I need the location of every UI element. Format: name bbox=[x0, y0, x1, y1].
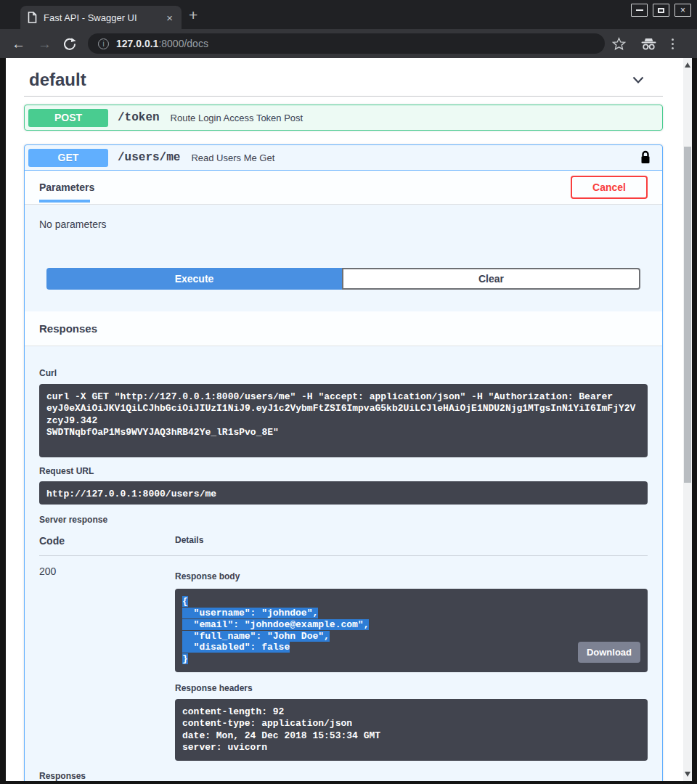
curl-command[interactable]: curl -X GET "http://127.0.0.1:8000/users… bbox=[39, 384, 648, 457]
op-summary: Route Login Access Token Post bbox=[171, 113, 303, 123]
request-url-label: Request URL bbox=[39, 466, 648, 476]
scroll-up-icon[interactable] bbox=[685, 62, 690, 68]
parameters-body: No parameters Execute Clear bbox=[25, 205, 662, 311]
op-path: /users/me bbox=[118, 151, 180, 164]
opblock-post-token[interactable]: POST /token Route Login Access Token Pos… bbox=[24, 105, 663, 131]
responses-body: Curl curl -X GET "http://127.0.0.1:8000/… bbox=[25, 346, 662, 781]
server-response-table-header: Code Details bbox=[39, 535, 648, 556]
vertical-scrollbar[interactable] bbox=[683, 58, 692, 781]
responses-title: Responses bbox=[39, 322, 97, 335]
response-body[interactable]: { "username": "johndoe", "email": "johnd… bbox=[175, 589, 648, 672]
address-bar[interactable]: i 127.0.0.1:8000/docs bbox=[88, 33, 605, 54]
opblock-get-users-me: GET /users/me Read Users Me Get Paramete… bbox=[24, 144, 663, 781]
forward-icon[interactable]: → bbox=[38, 37, 52, 51]
tab-active-underline bbox=[39, 200, 90, 203]
toolbar-actions bbox=[612, 37, 677, 51]
default-section-header[interactable]: default bbox=[24, 58, 663, 97]
response-details: Response body { "username": "johndoe", "… bbox=[175, 565, 648, 761]
site-info-icon[interactable]: i bbox=[98, 38, 109, 49]
scrollbar-thumb[interactable] bbox=[684, 147, 691, 483]
request-url-value: http://127.0.0.1:8000/users/me bbox=[39, 481, 648, 505]
incognito-icon bbox=[640, 38, 657, 50]
browser-toolbar: ← → i 127.0.0.1:8000/docs bbox=[0, 29, 697, 58]
browser-tab[interactable]: Fast API - Swagger UI × bbox=[20, 6, 182, 29]
reload-icon[interactable] bbox=[63, 37, 76, 50]
minimize-button[interactable] bbox=[631, 4, 648, 17]
browser-window: Fast API - Swagger UI × + × ← → i 127.0.… bbox=[0, 0, 697, 784]
opblock-header[interactable]: GET /users/me Read Users Me Get bbox=[25, 145, 662, 171]
op-path: /token bbox=[118, 111, 160, 124]
section-title: default bbox=[29, 70, 631, 90]
maximize-button[interactable] bbox=[653, 4, 669, 17]
response-body-wrap: { "username": "johndoe", "email": "johnd… bbox=[175, 589, 648, 672]
status-code: 200 bbox=[39, 565, 175, 761]
tab-strip: Fast API - Swagger UI × + × bbox=[0, 0, 697, 29]
page-favicon-icon bbox=[28, 12, 37, 23]
method-badge-get: GET bbox=[28, 149, 108, 167]
maximize-icon bbox=[658, 8, 664, 13]
tab-title: Fast API - Swagger UI bbox=[44, 12, 165, 23]
scroll-down-icon[interactable] bbox=[685, 772, 690, 777]
execute-button[interactable]: Execute bbox=[46, 268, 342, 290]
response-body-label: Response body bbox=[175, 571, 648, 581]
response-headers: content-length: 92 content-type: applica… bbox=[175, 699, 648, 761]
swagger-page: default POST /token Route Login Access T… bbox=[6, 58, 683, 781]
method-badge-post: POST bbox=[28, 109, 108, 127]
download-button[interactable]: Download bbox=[578, 642, 640, 663]
op-summary: Read Users Me Get bbox=[191, 152, 274, 163]
responses-section-header: Responses bbox=[25, 311, 662, 346]
clear-button[interactable]: Clear bbox=[342, 268, 640, 290]
cancel-button[interactable]: Cancel bbox=[571, 176, 648, 199]
menu-icon[interactable] bbox=[672, 38, 674, 49]
code-header: Code bbox=[39, 535, 175, 547]
window-controls: × bbox=[631, 4, 691, 17]
tab-close-icon[interactable]: × bbox=[165, 12, 174, 23]
execute-row: Execute Clear bbox=[46, 268, 640, 290]
curl-label: Curl bbox=[39, 368, 648, 378]
tab-parameters[interactable]: Parameters bbox=[39, 181, 94, 193]
no-parameters-text: No parameters bbox=[39, 219, 648, 230]
chevron-down-icon[interactable] bbox=[631, 73, 645, 87]
documented-responses-title: Responses bbox=[39, 771, 648, 781]
parameters-header: Parameters Cancel bbox=[25, 171, 662, 205]
close-button[interactable]: × bbox=[674, 4, 691, 17]
server-response-row: 200 Response body { "username": "johndoe… bbox=[39, 556, 648, 761]
url-host: 127.0.0.1 bbox=[116, 38, 158, 49]
response-headers-label: Response headers bbox=[175, 683, 648, 693]
details-header: Details bbox=[175, 535, 648, 547]
minimize-icon bbox=[636, 9, 643, 11]
auth-lock-icon[interactable] bbox=[640, 150, 651, 166]
url-path: :8000/docs bbox=[158, 38, 208, 49]
back-icon[interactable]: ← bbox=[12, 37, 25, 51]
bookmark-star-icon[interactable] bbox=[612, 37, 626, 51]
server-response-label: Server response bbox=[39, 515, 648, 525]
new-tab-button[interactable]: + bbox=[189, 7, 197, 23]
